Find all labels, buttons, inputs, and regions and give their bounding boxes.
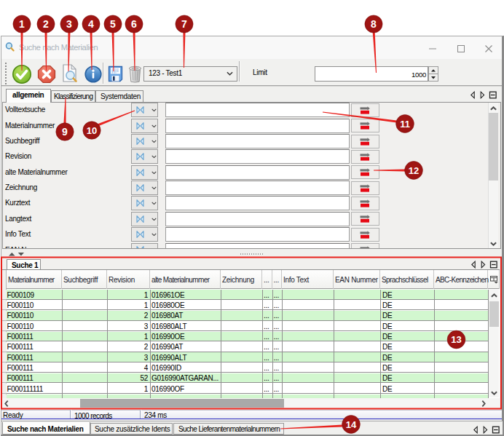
svg-text:9: 9 — [62, 126, 68, 138]
svg-text:2: 2 — [43, 18, 49, 30]
svg-text:4: 4 — [88, 18, 94, 30]
svg-text:1: 1 — [19, 18, 25, 30]
svg-text:12: 12 — [409, 165, 419, 176]
svg-text:11: 11 — [400, 119, 410, 130]
svg-text:13: 13 — [451, 334, 461, 345]
svg-text:7: 7 — [181, 18, 187, 30]
svg-text:6: 6 — [131, 18, 137, 30]
svg-text:8: 8 — [371, 18, 377, 30]
svg-text:3: 3 — [66, 18, 72, 30]
svg-text:10: 10 — [87, 125, 97, 136]
svg-text:14: 14 — [346, 419, 357, 430]
svg-text:5: 5 — [110, 18, 116, 30]
